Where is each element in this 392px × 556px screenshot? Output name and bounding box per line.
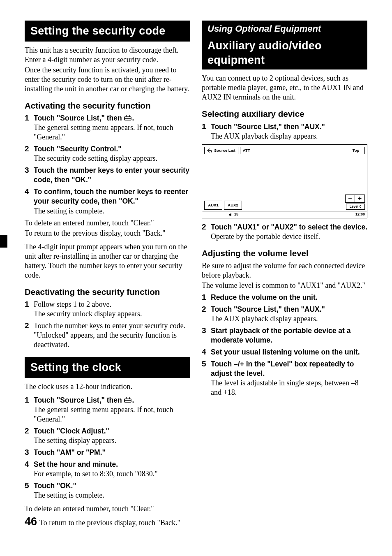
step-3: 3 Touch "AM" or "PM." bbox=[25, 448, 190, 457]
subheading-deactivate: Deactivating the security function bbox=[25, 287, 190, 297]
paragraph: Once the security function is activated,… bbox=[25, 65, 190, 94]
toolbox-icon bbox=[124, 114, 132, 123]
step-desc: The level is adjustable in single steps,… bbox=[211, 379, 358, 396]
step-desc: Operate by the portable device itself. bbox=[211, 232, 320, 241]
paragraph: To delete an entered number, touch "Clea… bbox=[25, 504, 190, 514]
step-2: 2 Touch "Source List," then "AUX." The A… bbox=[202, 305, 367, 324]
step-desc: The security code setting display appear… bbox=[34, 154, 157, 162]
step-3: 3 Touch the number keys to enter your se… bbox=[25, 166, 190, 185]
att-chip: ATT bbox=[240, 147, 253, 154]
aux2-chip: AUX2 bbox=[224, 201, 242, 210]
svg-marker-4 bbox=[229, 213, 231, 216]
step-desc: The AUX playback display appears. bbox=[211, 132, 318, 140]
step-2: 2 Touch "Clock Adjust." The setting disp… bbox=[25, 426, 190, 445]
section-heading-clock: Setting the clock bbox=[25, 357, 190, 378]
step-desc: The setting is complete. bbox=[34, 491, 104, 499]
step-title: Set the hour and minute. bbox=[34, 460, 118, 468]
step-desc: Touch the number keys to enter your secu… bbox=[34, 322, 185, 330]
top-chip: Top bbox=[347, 147, 365, 154]
clock-value: 12:00 bbox=[355, 212, 365, 217]
step-desc: "Unlocked" appears, and the security fun… bbox=[34, 331, 177, 349]
section-heading-security: Setting the security code bbox=[25, 21, 190, 42]
right-column: Using Optional Equipment Auxiliary audio… bbox=[202, 21, 367, 529]
paragraph: You can connect up to 2 optional devices… bbox=[202, 74, 367, 102]
step-1: 1 Follow steps 1 to 2 above. The securit… bbox=[25, 300, 190, 319]
back-arrow-icon bbox=[207, 148, 213, 153]
step-title: Touch "Source List," then bbox=[34, 114, 124, 122]
step-desc: The general setting menu appears. If not… bbox=[34, 405, 173, 423]
section-heading-aux: Auxiliary audio/video equipment bbox=[202, 37, 367, 70]
step-desc: The AUX playback display appears. bbox=[211, 315, 318, 323]
step-title: Set your usual listening volume on the u… bbox=[211, 348, 360, 356]
step-2: 2 Touch "Security Control." The security… bbox=[25, 144, 190, 163]
paragraph: To delete an entered number, touch "Clea… bbox=[25, 218, 190, 228]
paragraph: The volume level is common to "AUX1" and… bbox=[202, 281, 367, 290]
aux-display-figure: Source List ATT Top AUX1 AUX2 – + Level … bbox=[202, 144, 367, 218]
step-4: 4 To confirm, touch the number keys to r… bbox=[25, 187, 190, 215]
step-5: 5 Touch –/+ in the "Level" box repeatedl… bbox=[202, 359, 367, 397]
step-desc: Follow steps 1 to 2 above. bbox=[34, 300, 111, 308]
aux1-chip: AUX1 bbox=[204, 201, 222, 210]
step-title: Reduce the volume on the unit. bbox=[211, 293, 318, 301]
subheading-adjust-volume: Adjusting the volume level bbox=[202, 248, 367, 259]
step-desc: The setting display appears. bbox=[34, 436, 116, 445]
page-number: 46 bbox=[25, 514, 37, 529]
step-1: 1 Touch "Source List," then . The genera… bbox=[25, 396, 190, 424]
level-plus-btn: + bbox=[355, 195, 365, 203]
paragraph: To return to the previous display, touch… bbox=[25, 229, 190, 238]
step-title: Touch "OK." bbox=[34, 482, 76, 490]
step-desc: The security unlock display appears. bbox=[34, 310, 142, 318]
paragraph: The 4-digit input prompt appears when yo… bbox=[25, 242, 190, 280]
step-4: 4 Set the hour and minute. For example, … bbox=[25, 460, 190, 479]
paragraph: Be sure to adjust the volume for each co… bbox=[202, 261, 367, 280]
volume-value: 15 bbox=[234, 212, 238, 217]
step-desc: For example, to set to 8:30, touch "0830… bbox=[34, 470, 158, 478]
volume-icon bbox=[229, 213, 233, 216]
step-title: Touch "Source List," then "AUX." bbox=[211, 305, 325, 313]
subheading-select-aux: Selecting auxiliary device bbox=[202, 109, 367, 119]
step-desc: The general setting menu appears. If not… bbox=[34, 123, 173, 141]
step-title: To confirm, touch the number keys to ree… bbox=[34, 188, 188, 205]
step-desc: The setting is complete. bbox=[34, 207, 104, 215]
left-column: Setting the security code This unit has … bbox=[25, 21, 190, 529]
step-title: Touch –/+ in the "Level" box repeatedly … bbox=[211, 360, 354, 378]
step-title: Start playback of the portable device at… bbox=[211, 327, 350, 344]
paragraph: To return to the previous display, touch… bbox=[39, 518, 180, 528]
section-supertitle: Using Optional Equipment bbox=[202, 21, 367, 37]
step-1: 1 Reduce the volume on the unit. bbox=[202, 293, 367, 302]
step-title: Touch "Clock Adjust." bbox=[34, 427, 109, 435]
step-title: Touch "AM" or "PM." bbox=[34, 448, 106, 456]
paragraph: This unit has a security function to dis… bbox=[25, 46, 190, 65]
toolbox-icon bbox=[124, 396, 132, 405]
subheading-activate: Activating the security function bbox=[25, 100, 190, 111]
step-title: Touch the number keys to enter your secu… bbox=[34, 166, 189, 184]
step-title: Touch "AUX1" or "AUX2" to select the dev… bbox=[211, 223, 367, 231]
paragraph: The clock uses a 12-hour indication. bbox=[25, 382, 190, 392]
step-title: Touch "Source List," then "AUX." bbox=[211, 123, 325, 131]
step-2: 2 Touch the number keys to enter your se… bbox=[25, 321, 190, 350]
step-1: 1 Touch "Source List," then . The genera… bbox=[25, 114, 190, 142]
level-readout: Level 0 bbox=[346, 204, 365, 210]
step-2: 2 Touch "AUX1" or "AUX2" to select the d… bbox=[202, 222, 367, 241]
edge-tab bbox=[0, 235, 7, 248]
step-5: 5 Touch "OK." The setting is complete. bbox=[25, 481, 190, 500]
step-1: 1 Touch "Source List," then "AUX." The A… bbox=[202, 122, 367, 141]
step-4: 4 Set your usual listening volume on the… bbox=[202, 348, 367, 357]
source-list-chip: Source List bbox=[204, 147, 238, 154]
step-title: Touch "Security Control." bbox=[34, 145, 122, 153]
chip-label: Source List bbox=[214, 148, 235, 153]
step-3: 3 Start playback of the portable device … bbox=[202, 326, 367, 345]
level-minus-btn: – bbox=[345, 195, 355, 203]
step-title: Touch "Source List," then bbox=[34, 396, 124, 404]
